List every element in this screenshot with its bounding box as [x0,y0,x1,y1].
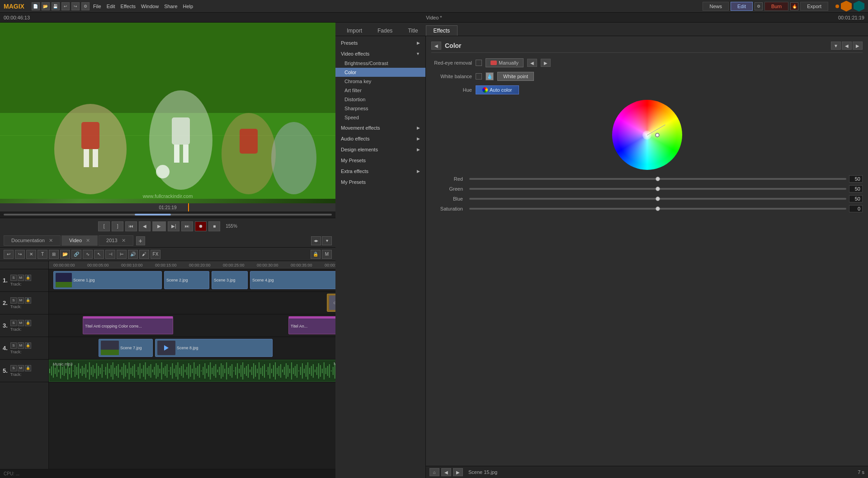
color-item[interactable]: Color [335,68,425,77]
prev-frame-btn[interactable]: ⏮ [125,221,137,231]
track-1-lock[interactable]: 🔒 [25,275,31,281]
next-frame-btn[interactable]: ⏭ [181,221,193,231]
collapse-btn[interactable]: ◂▸ [311,236,321,245]
clip-t1-2[interactable]: Scene 2.jpg [164,271,209,289]
color-back-btn[interactable]: ◀ [431,42,441,50]
color-wheel[interactable] [612,100,682,170]
timeline-bar[interactable]: 01:21:19 [0,203,335,211]
track-4-solo[interactable]: S [10,342,17,349]
curve-tl-btn[interactable]: ∿ [83,250,93,259]
track-1-mute[interactable]: M [18,275,24,281]
white-point-btn[interactable]: White point [497,72,534,81]
red-slider[interactable] [469,178,846,180]
menu-file[interactable]: File [93,4,101,9]
redo-icon[interactable]: ↪ [71,2,80,10]
close-2013-tab[interactable]: ✕ [122,238,126,243]
save-icon[interactable]: 💾 [52,2,60,10]
select-tl-btn[interactable]: ↖ [94,250,104,259]
color-wheel-container[interactable] [431,100,863,170]
my-presets-2-header[interactable]: My Presets [335,177,425,187]
tab-import[interactable]: Import [339,25,370,36]
color-prev-btn[interactable]: ◀ [842,42,852,50]
clip-t1-1[interactable]: Scene 1.jpg [53,271,162,289]
tab-video[interactable]: Video ✕ [61,235,98,246]
red-eye-checkbox[interactable] [476,60,482,66]
hex-orange[interactable] [841,1,852,12]
tab-fades[interactable]: Fades [370,25,400,36]
menu-help[interactable]: Help [183,4,193,9]
open-tl-btn[interactable]: 📂 [60,250,70,259]
track-4-lock[interactable]: 🔒 [25,342,31,349]
mark-out-btn[interactable]: ] [112,221,123,231]
vol-tl-btn[interactable]: 🔊 [128,250,138,259]
delete-tl-btn[interactable]: ✕ [26,250,36,259]
mute-tracks-btn[interactable]: M [322,250,332,259]
tab-news[interactable]: News [703,2,729,11]
design-elements-header[interactable]: Design elements ▶ [335,145,425,155]
my-presets-1-header[interactable]: My Presets [335,155,425,165]
track-5-solo[interactable]: S [10,365,17,371]
manually-prev[interactable]: ◀ [527,59,537,67]
saturation-slider-thumb[interactable] [656,206,660,211]
trim-tl-btn[interactable]: ⊢ [117,250,127,259]
distortion-item[interactable]: Distortion [335,95,425,104]
clip-t4-1[interactable]: Scene 7.jpg [99,339,153,357]
fx-tl-btn[interactable]: FX [151,250,160,259]
clip-t1-4[interactable]: Scene 4.jpg [250,271,335,289]
record-btn[interactable]: ⏺ [195,221,207,231]
next-btn[interactable]: ▶| [168,221,179,231]
undo-tl-btn[interactable]: ↩ [4,250,14,259]
expand-btn[interactable]: ▾ [322,236,332,245]
audio-waveform-1[interactable]: Music.mp3 [49,360,335,382]
split-tl-btn[interactable]: ⊣ [105,250,115,259]
add-tab-btn[interactable]: + [136,236,145,245]
scrubber-track[interactable] [4,214,332,216]
tab-edit[interactable]: Edit [731,2,753,11]
snap-tl-btn[interactable]: ⊞ [49,250,59,259]
green-slider[interactable] [469,188,846,190]
white-balance-checkbox[interactable] [476,73,482,80]
brightness-item[interactable]: Brightness/Contrast [335,59,425,68]
redo-tl-btn[interactable]: ↪ [15,250,25,259]
paint-tl-btn[interactable]: 🖌 [139,250,149,259]
color-wheel-cursor[interactable] [655,133,660,137]
sharpness-item[interactable]: Sharpness [335,104,425,113]
stop-btn[interactable]: ■ [208,221,220,231]
scene-nav-prev[interactable]: ◀ [441,468,451,476]
settings-icon[interactable]: ⚙ [81,2,90,10]
green-slider-thumb[interactable] [656,187,660,191]
scene-nav-home[interactable]: ⌂ [429,468,439,476]
white-balance-picker[interactable]: 💧 [486,72,494,80]
track-2-lock[interactable]: 🔒 [25,297,31,304]
clip-t3-2[interactable]: Titel An... [288,316,335,334]
blue-slider[interactable] [469,198,846,200]
open-icon[interactable]: 📂 [42,2,50,10]
close-documentation-tab[interactable]: ✕ [49,238,53,243]
undo-icon[interactable]: ↩ [61,2,70,10]
scrubber-bar[interactable] [0,211,335,218]
track-3-lock[interactable]: 🔒 [25,320,31,326]
lock-tracks-btn[interactable]: 🔒 [311,250,321,259]
new-icon[interactable]: 📄 [32,2,40,10]
scrubber-thumb[interactable] [135,214,171,216]
prev-btn[interactable]: ◀ [139,221,151,231]
menu-effects[interactable]: Effects [121,4,136,9]
track-2-mute[interactable]: M [18,297,24,304]
menu-edit[interactable]: Edit [107,4,115,9]
clip-t3-1[interactable]: Titel Anti cropping Color corre... [83,316,173,334]
audio-effects-header[interactable]: Audio effects ▶ [335,134,425,144]
clip-t4-2[interactable]: Scene 8.jpg [155,339,273,357]
saturation-slider[interactable] [469,208,846,210]
manually-next[interactable]: ▶ [541,59,551,67]
play-btn[interactable]: ▶ [152,221,166,231]
track-5-lock[interactable]: 🔒 [25,365,31,371]
track-3-mute[interactable]: M [18,320,24,326]
track-3-solo[interactable]: S [10,320,17,326]
scene-nav-next[interactable]: ▶ [453,468,463,476]
close-video-tab[interactable]: ✕ [86,238,90,243]
tab-burn[interactable]: Burn [764,2,788,11]
track-4-mute[interactable]: M [18,342,24,349]
extra-effects-header[interactable]: Extra effects ▶ [335,166,425,176]
tab-title[interactable]: Title [400,25,425,36]
manually-btn[interactable]: Manually [486,58,524,67]
